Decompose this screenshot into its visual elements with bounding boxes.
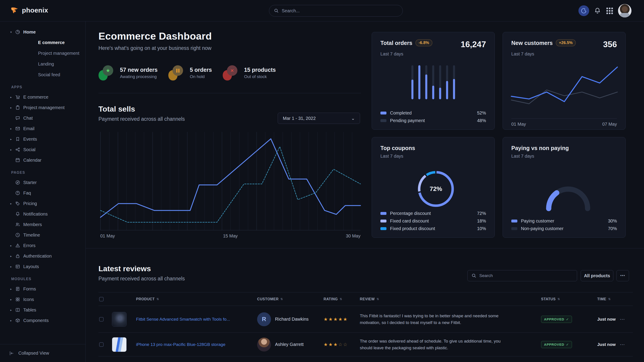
sidebar-item-faq[interactable]: Faq [10,189,82,197]
sidebar-item-members[interactable]: Members [10,221,82,228]
date-range-select[interactable]: Mar 1 - 31, 2022 ⌄ [278,113,360,124]
paying-gauge-chart[interactable] [544,184,592,212]
sidebar-item-events[interactable]: ▸Events [10,135,82,143]
layout-icon [15,264,23,269]
row-more-button[interactable]: ⋯ [620,342,633,348]
sidebar-item-home[interactable]: ▾Home [10,28,82,36]
profile-avatar[interactable] [618,4,632,17]
collapse-view-button[interactable]: Collapsed View [0,344,86,362]
card-period: Last 7 days [380,51,486,56]
legend-row: Percentage discount72% [380,211,486,216]
orders-bar-chart[interactable] [412,65,455,99]
column-time[interactable]: TIME⇅ [597,297,620,301]
sidebar-item-email[interactable]: ▸Email [10,125,82,132]
global-search-input[interactable] [282,8,398,13]
star-icon: ☆ [338,342,342,347]
sort-icon: ⇅ [280,297,283,301]
sort-icon: ⇅ [608,297,611,301]
theme-toggle-button[interactable] [578,5,589,16]
product-link[interactable]: Fitbit Sense Advanced Smartwatch with To… [136,317,230,322]
sidebar-section-modules: MODULES [11,277,82,281]
sidebar-item-authentication[interactable]: ▸Authentication [10,252,82,260]
sidebar-item-tables[interactable]: ▸Tables [10,306,82,314]
sidebar-item-chat[interactable]: Chat [10,114,82,122]
sidebar-subitem-e-commerce[interactable]: E commerce [38,39,82,46]
chevron-right-icon: ▸ [10,202,15,205]
new-customers-card: New customers +26.5% 356 Last 7 days 01 … [502,32,626,130]
card-title: Total orders [380,40,412,46]
sidebar-subitem-project-management[interactable]: Project management [38,49,82,57]
change-badge: +26.5% [556,39,576,46]
notifications-button[interactable] [594,7,602,15]
chevron-right-icon: ▸ [10,106,15,109]
search-icon [472,274,476,278]
reviews-table: PRODUCT⇅ CUSTOMER⇅ RATING⇅ REVIEW⇅ STATU… [98,292,633,362]
sidebar-item-components[interactable]: ▸Components [10,317,82,324]
divider [86,248,644,248]
phoenix-logo-icon [10,5,19,15]
reviews-search[interactable] [468,270,577,281]
clock-icon [15,233,23,237]
chevron-down-icon: ▾ [10,30,15,34]
sidebar-item-layouts[interactable]: ▸Layouts [10,263,82,270]
legend-swatch [380,220,386,223]
sidebar-item-calendar[interactable]: Calendar [10,156,82,164]
envelope-icon [15,126,23,131]
legend-row: Completed52% [380,110,486,116]
sidebar-item-e-commerce[interactable]: ▸E commerce [10,93,82,101]
sidebar-item-errors[interactable]: ▸Errors [10,242,82,249]
sidebar-item-social[interactable]: ▸Social [10,146,82,153]
total-sells-chart[interactable] [100,132,360,230]
star-icon: ★ [334,317,338,322]
cart-icon [15,95,23,99]
sidebar-item-notifications[interactable]: Notifications [10,210,82,218]
sidebar-item-forms[interactable]: ▸Forms [10,285,82,293]
product-thumbnail[interactable] [112,337,127,352]
pause-icon [172,65,183,76]
column-product[interactable]: PRODUCT⇅ [112,297,257,301]
nine-dots-icon [606,7,613,14]
stat-value: 57 new orders [120,67,158,73]
components-box-icon [15,318,23,323]
row-checkbox[interactable] [99,342,104,347]
legend-row: Non-paying customer70% [511,226,617,231]
order-bar [412,65,414,99]
chevron-right-icon: ▸ [10,244,15,247]
sidebar-item-starter[interactable]: Starter [10,179,82,186]
row-more-button[interactable]: ⋯ [620,316,633,322]
sidebar-subitem-social-feed[interactable]: Social feed [38,71,82,78]
column-rating[interactable]: RATING⇅ [324,297,360,301]
sidebar-item-pricing[interactable]: ▸Pricing [10,200,82,207]
table-columns-icon [15,308,23,312]
lock-icon [15,254,23,259]
reviews-more-button[interactable]: ⋯ [616,270,629,281]
row-checkbox[interactable] [99,317,104,322]
sidebar-item-icons[interactable]: ▸Icons [10,296,82,303]
total-sells-x-axis: 01 May 15 May 30 May [100,233,360,239]
sidebar-item-timeline[interactable]: Timeline [10,231,82,239]
column-customer[interactable]: CUSTOMER⇅ [257,297,324,301]
reviews-search-input[interactable] [479,273,573,278]
column-status[interactable]: STATUS⇅ [541,297,597,301]
brand[interactable]: phoenix [10,5,48,15]
compass-icon [15,180,23,185]
new-customers-chart[interactable] [511,62,617,115]
clipboard-icon [15,105,23,110]
stat-value: 15 products [244,67,276,73]
stat-out-of-stock: ✕ 15 products Out of stock [223,65,276,80]
stat-caption: On hold [190,74,212,79]
product-thumbnail[interactable] [112,312,127,327]
chevron-right-icon: ▸ [10,308,15,312]
column-review[interactable]: REVIEW⇅ [360,297,541,301]
icons-grid-icon [15,297,23,302]
coupons-donut-chart[interactable]: 72% [417,170,455,208]
product-link[interactable]: iPhone 13 pro max-Pacific Blue-128GB sto… [136,342,225,347]
sidebar-item-project-management[interactable]: ▸Project management [10,104,82,111]
apps-menu-button[interactable] [606,7,614,15]
all-products-button[interactable]: All products [581,270,613,281]
sidebar-subitem-landing[interactable]: Landing [38,60,82,68]
top-navbar: phoenix [0,0,644,21]
global-search[interactable] [269,5,403,16]
select-all-checkbox[interactable] [99,297,104,301]
rating: ★★★☆☆ [324,342,360,347]
